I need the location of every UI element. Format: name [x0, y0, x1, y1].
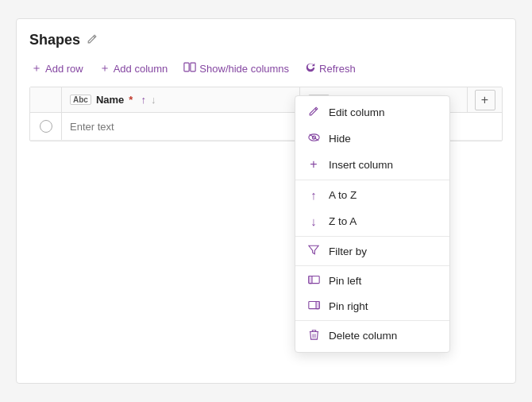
menu-item-delete-column-label: Delete column [329, 330, 397, 342]
menu-item-edit-column-label: Edit column [329, 106, 385, 118]
name-col-label: Name [96, 94, 124, 106]
svg-rect-1 [191, 63, 195, 72]
column-dropdown-menu: Edit column Hide + Insert column ↑ A to … [295, 95, 450, 353]
card-title: Shapes [29, 32, 80, 48]
header-check-col [30, 87, 62, 112]
menu-item-filter-by-label: Filter by [329, 245, 367, 257]
insert-icon: + [306, 157, 321, 172]
show-hide-columns-button[interactable]: Show/hide columns [182, 59, 291, 78]
divider-1 [295, 180, 449, 180]
svg-rect-6 [308, 276, 311, 283]
eye-slash-icon [306, 132, 321, 145]
refresh-button[interactable]: Refresh [303, 59, 357, 79]
name-cell [62, 113, 300, 140]
filter-icon [306, 245, 321, 257]
svg-rect-0 [184, 63, 189, 72]
pin-left-icon [306, 274, 321, 287]
menu-item-pin-right-label: Pin right [329, 300, 368, 312]
name-input[interactable] [70, 121, 291, 133]
menu-item-insert-column-label: Insert column [329, 159, 393, 171]
sort-desc-icon: ↓ [306, 215, 321, 228]
menu-item-hide-label: Hide [329, 133, 351, 145]
row-radio-button[interactable] [40, 120, 52, 133]
menu-item-pin-right[interactable]: Pin right [295, 293, 449, 319]
pin-right-icon [306, 300, 321, 312]
add-column-header-button[interactable]: + [475, 90, 495, 110]
menu-item-a-to-z[interactable]: ↑ A to Z [295, 182, 449, 208]
add-column-button[interactable]: ＋ Add column [98, 58, 170, 79]
sort-down-icon[interactable]: ↓ [151, 94, 156, 106]
svg-rect-8 [316, 301, 319, 308]
row-radio-cell [30, 113, 62, 140]
abc-badge-name: Abc [70, 95, 91, 105]
name-column-header: Abc Name * ↑ ↓ [62, 87, 300, 112]
menu-item-insert-column[interactable]: + Insert column [295, 151, 449, 178]
main-card: Shapes ＋ Add row ＋ Add column Show/hide [16, 18, 516, 384]
sort-up-icon[interactable]: ↑ [141, 94, 146, 106]
divider-3 [295, 265, 449, 266]
columns-icon [183, 62, 196, 75]
plus-icon: ＋ [31, 61, 42, 75]
required-star: * [129, 94, 133, 106]
menu-item-a-to-z-label: A to Z [329, 189, 357, 201]
plus-icon-2: ＋ [99, 61, 110, 75]
menu-item-edit-column[interactable]: Edit column [295, 99, 449, 126]
menu-item-pin-left[interactable]: Pin left [295, 268, 449, 293]
menu-item-pin-left-label: Pin left [329, 275, 361, 287]
menu-item-hide[interactable]: Hide [295, 126, 449, 151]
add-row-button[interactable]: ＋ Add row [29, 58, 85, 79]
menu-item-delete-column[interactable]: Delete column [295, 323, 449, 349]
card-header: Shapes [29, 32, 503, 48]
sort-asc-icon: ↑ [306, 188, 321, 202]
trash-icon [306, 329, 321, 342]
add-column-header-cell: + [467, 87, 502, 112]
refresh-icon [305, 62, 316, 75]
toolbar: ＋ Add row ＋ Add column Show/hide columns… [29, 58, 503, 79]
divider-2 [295, 236, 449, 237]
menu-item-z-to-a[interactable]: ↓ Z to A [295, 208, 449, 234]
pencil-icon [306, 106, 321, 119]
menu-item-filter-by[interactable]: Filter by [295, 238, 449, 264]
menu-item-z-to-a-label: Z to A [329, 215, 357, 227]
divider-4 [295, 320, 449, 321]
edit-title-icon[interactable] [87, 33, 98, 47]
